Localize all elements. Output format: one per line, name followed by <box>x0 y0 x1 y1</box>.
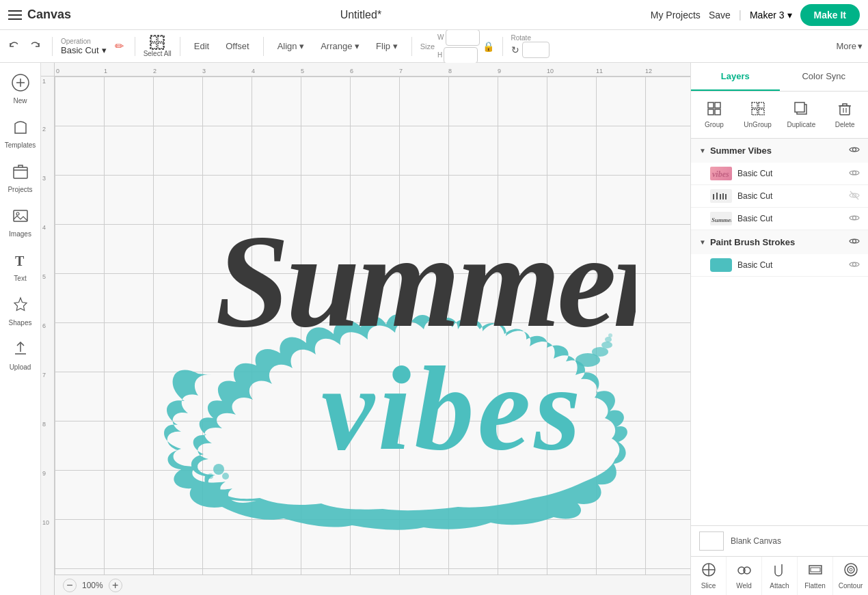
svg-point-19 <box>208 473 213 479</box>
edit-color-button[interactable]: ✏ <box>112 37 126 55</box>
svg-point-36 <box>853 148 856 152</box>
layer-group-paint-brush: ▼ Paint Brush Strokes Basic Cut <box>691 230 868 277</box>
tab-color-sync[interactable]: Color Sync <box>780 63 869 91</box>
tab-layers[interactable]: Layers <box>691 63 780 91</box>
offset-button[interactable]: Offset <box>220 38 254 54</box>
ruler-mark-1: 1 <box>104 68 107 74</box>
layer-item-brush[interactable]: Basic Cut <box>691 254 868 277</box>
sidebar-projects-label: Projects <box>8 186 32 193</box>
sidebar-upload-label: Upload <box>10 363 31 371</box>
flip-label: Flip <box>376 41 390 51</box>
ruler-mark-12: 12 <box>645 68 652 74</box>
images-icon <box>12 207 29 229</box>
contour-button[interactable]: Contour <box>833 557 868 595</box>
svg-point-17 <box>213 464 224 475</box>
operation-label: Operation <box>61 38 107 45</box>
redo-button[interactable] <box>26 38 44 55</box>
width-input[interactable] <box>446 29 480 46</box>
edit-button[interactable]: Edit <box>189 38 215 54</box>
layer-item-summer[interactable]: Summer Basic Cut <box>691 208 868 230</box>
flip-button[interactable]: Flip ▾ <box>370 38 403 54</box>
sidebar-item-upload[interactable]: Upload <box>3 335 38 376</box>
slice-icon <box>701 562 716 581</box>
svg-rect-28 <box>752 109 757 115</box>
panel-bottom: Slice Weld Attach Flatten <box>691 556 868 595</box>
rotate-input[interactable] <box>522 42 550 58</box>
align-chevron-icon: ▾ <box>299 41 304 51</box>
svg-text:Summer: Summer <box>215 207 636 355</box>
sidebar-item-templates[interactable]: Templates <box>3 113 38 154</box>
layer-thumb-brush <box>710 258 732 272</box>
ruler-left: 1 2 3 4 5 6 7 8 9 10 <box>41 77 55 595</box>
upload-icon <box>12 340 29 362</box>
lock-icon: 🔒 <box>483 41 494 52</box>
svg-rect-3 <box>158 43 163 49</box>
height-input[interactable] <box>444 47 478 64</box>
delete-button[interactable]: Delete <box>824 97 865 133</box>
summer-vibes-visibility-button[interactable] <box>849 144 860 157</box>
ruler-mark-2: 2 <box>153 68 157 74</box>
layer-group-header-summer-vibes[interactable]: ▼ Summer Vibes <box>691 139 868 163</box>
svg-rect-0 <box>151 36 157 42</box>
sidebar-item-projects[interactable]: Projects <box>3 157 38 199</box>
layer-group-header-paint-brush[interactable]: ▼ Paint Brush Strokes <box>691 230 868 254</box>
layer-item-lines[interactable]: Basic Cut <box>691 185 868 208</box>
sidebar-item-images[interactable]: Images <box>3 202 38 243</box>
svg-point-48 <box>853 240 856 243</box>
attach-label: Attach <box>770 582 789 590</box>
layer-item-vibes[interactable]: vibes Basic Cut <box>691 163 868 185</box>
zoom-in-button[interactable]: + <box>109 579 122 592</box>
align-button[interactable]: Align ▾ <box>272 38 310 54</box>
sidebar-new-label: New <box>13 97 27 105</box>
more-button[interactable]: More ▾ <box>836 41 863 51</box>
select-all-icon <box>150 35 165 50</box>
duplicate-icon <box>794 101 809 120</box>
layer1-visibility-button[interactable] <box>849 167 860 180</box>
select-all-label[interactable]: Select All <box>144 50 172 57</box>
summer-vibes-chevron-icon: ▼ <box>699 147 706 154</box>
save-button[interactable]: Save <box>709 10 731 20</box>
sidebar-item-new[interactable]: New <box>3 68 38 110</box>
canvas-content[interactable]: Summer vibes <box>55 77 690 575</box>
slice-button[interactable]: Slice <box>691 557 727 595</box>
hamburger-menu[interactable] <box>8 10 22 20</box>
separator: | <box>739 9 742 21</box>
left-sidebar: New Templates Projects Images T Text <box>0 63 41 595</box>
topbar: Canvas Untitled* My Projects Save | Make… <box>0 0 868 30</box>
ungroup-button[interactable]: UnGroup <box>737 97 778 133</box>
layer3-visibility-button[interactable] <box>849 212 860 225</box>
maker-selector[interactable]: Maker 3 ▾ <box>750 10 792 20</box>
my-projects-button[interactable]: My Projects <box>651 10 701 20</box>
layer4-visibility-button[interactable] <box>849 259 860 272</box>
arrange-label: Arrange <box>321 41 352 51</box>
canvas-artwork[interactable]: Summer vibes <box>157 141 636 551</box>
topbar-left: Canvas <box>8 8 71 22</box>
svg-point-57 <box>845 564 857 576</box>
ruler-mark-6: 6 <box>350 68 353 74</box>
undo-button[interactable] <box>5 38 23 55</box>
sidebar-item-text[interactable]: T Text <box>3 246 38 288</box>
operation-select[interactable]: Basic Cut ▾ <box>61 45 107 55</box>
sidebar-item-shapes[interactable]: Shapes <box>3 290 38 332</box>
arrange-button[interactable]: Arrange ▾ <box>315 38 365 54</box>
flatten-button[interactable]: Flatten <box>798 557 833 595</box>
ungroup-icon <box>750 101 765 120</box>
weld-button[interactable]: Weld <box>727 557 762 595</box>
group-button[interactable]: Group <box>694 97 735 133</box>
make-it-button[interactable]: Make It <box>800 4 860 26</box>
layer2-visibility-button[interactable] <box>849 190 860 203</box>
h-label: H <box>437 51 442 59</box>
contour-label: Contour <box>839 582 863 590</box>
rotate-label: Rotate <box>511 34 550 42</box>
svg-rect-2 <box>151 43 157 49</box>
projects-icon <box>12 163 29 184</box>
ruler-mark-7: 7 <box>399 68 403 74</box>
canvas-area[interactable]: 0 1 2 3 4 5 6 7 8 9 10 11 12 1 2 3 4 5 6 <box>41 63 690 595</box>
maker-name: Maker 3 <box>750 10 785 20</box>
zoom-out-button[interactable]: − <box>63 579 77 592</box>
attach-button[interactable]: Attach <box>762 557 798 595</box>
duplicate-button[interactable]: Duplicate <box>781 97 822 133</box>
paint-brush-visibility-button[interactable] <box>849 236 860 249</box>
size-label: Size <box>420 42 435 51</box>
group-label: Group <box>705 121 724 128</box>
